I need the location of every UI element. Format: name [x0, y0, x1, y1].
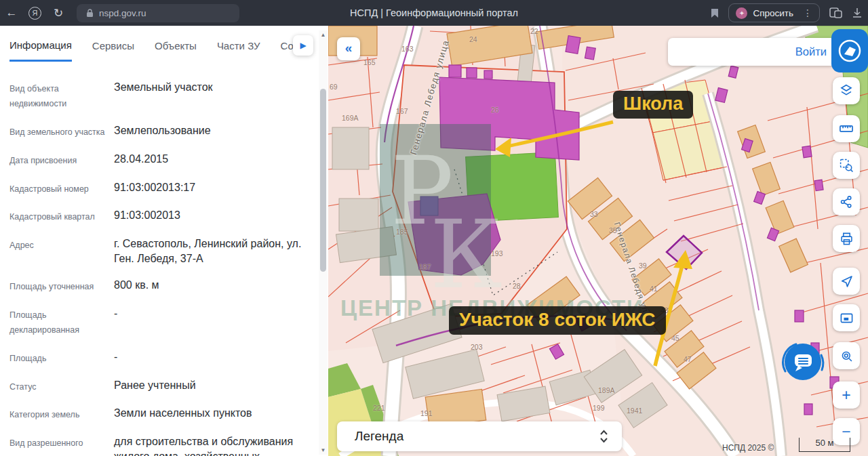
ask-button[interactable]: ✦ Спросить ⋮ [728, 3, 820, 22]
download-icon[interactable] [852, 7, 863, 18]
chat-widget-button[interactable] [777, 336, 829, 388]
magnifier-icon [837, 347, 856, 365]
attribute-row: Категория земельЗемли населенных пунктов [9, 406, 309, 423]
tabs-scroll-right-button[interactable]: ▶ [293, 35, 313, 56]
parcel-number: 47 [684, 355, 692, 363]
map-canvas[interactable]: Р К ЦЕНТР НЕДВИЖИМОСТИ Генерала Лебедя у… [328, 26, 868, 456]
tab-objects[interactable]: Объекты [155, 29, 197, 60]
tab-parcel-parts[interactable]: Части ЗУ [217, 29, 260, 60]
measure-button[interactable] [833, 115, 860, 142]
annotation-parcel: Участок 8 соток ИЖС [449, 306, 666, 335]
ask-menu-dots-icon[interactable]: ⋮ [799, 7, 812, 18]
parcel-number: 165 [363, 58, 376, 66]
nspd-logo-icon [835, 34, 865, 68]
attribute-row: Дата присвоения28.04.2015 [9, 152, 309, 169]
parcel-number: 163 [401, 45, 414, 53]
panel-tabs: Информация Сервисы Объекты Части ЗУ Сост… [0, 26, 328, 64]
frame-icon [837, 309, 856, 327]
tab-information[interactable]: Информация [9, 28, 72, 62]
parcel-number: 24 [469, 35, 477, 43]
attribute-row: Кадастровый номер91:03:002013:17 [9, 180, 309, 197]
area-search-icon [837, 156, 856, 175]
attribute-row: СтатусРанее учтенный [9, 378, 309, 395]
parcel-number: 167 [396, 107, 408, 115]
navigate-icon [837, 272, 856, 291]
parcel-number: 203 [471, 343, 483, 351]
layers-icon [837, 81, 856, 100]
parcel-number: 187 [419, 263, 431, 271]
panels-icon[interactable] [829, 7, 842, 18]
url-text: nspd.gov.ru [99, 8, 146, 18]
attribute-row: Вид земельного участкаЗемлепользование [9, 123, 309, 140]
parcel-number: 26 [491, 106, 499, 114]
layers-button[interactable] [833, 77, 860, 104]
attribute-row: Вид объекта недвижимостиЗемельный участо… [9, 80, 309, 112]
login-link[interactable]: Войти [795, 45, 827, 58]
area-search-button[interactable] [833, 152, 860, 179]
overview-button[interactable] [833, 304, 860, 331]
yandex-icon[interactable]: Я [28, 7, 41, 20]
tab-services[interactable]: Сервисы [92, 29, 134, 60]
parcel-number: 69 [330, 83, 338, 91]
object-info-panel: Информация Сервисы Объекты Части ЗУ Сост… [0, 26, 328, 456]
scroll-down-icon[interactable]: ▼ [319, 447, 328, 453]
scrollbar-thumb[interactable] [320, 89, 326, 272]
parcel-number: 22 [530, 27, 538, 35]
parcel-number: 169А [342, 114, 359, 122]
parcel-number: 28 [513, 282, 521, 290]
parcel-number: 199 [593, 404, 605, 412]
print-icon [837, 230, 856, 248]
locate-button[interactable] [833, 268, 860, 295]
parcel-number: 185 [396, 228, 408, 236]
annotation-school: Школа [613, 91, 693, 119]
address-bar[interactable]: nspd.gov.ru [77, 4, 239, 22]
parcel-number: 39 [639, 262, 647, 270]
share-icon [837, 193, 855, 211]
nspd-logo[interactable] [831, 29, 868, 72]
attributes-list: Вид объекта недвижимостиЗемельный участо… [0, 64, 328, 456]
parcel-number: 191 [420, 409, 433, 417]
alice-icon: ✦ [736, 7, 747, 19]
attribute-row: Вид разрешенного использованиядля строит… [9, 434, 309, 456]
parcel-number: 33 [590, 210, 598, 218]
parcel-number: 189А [598, 386, 615, 394]
parcel-number: 45 [671, 334, 679, 342]
bookmark-icon[interactable] [711, 8, 719, 18]
share-button[interactable] [833, 188, 860, 215]
attribute-row: Кадастровый квартал91:03:002013 [9, 208, 309, 225]
zoom-search-button[interactable] [833, 342, 860, 369]
attribute-row: Адресг. Севастополь, Ленинский район, ул… [9, 236, 309, 266]
lock-icon [86, 9, 94, 18]
chevron-up-down-icon [599, 430, 608, 443]
panel-scrollbar[interactable]: ▲ ▼ [319, 30, 328, 455]
attribute-row: Площадь уточненная800 кв. м [9, 278, 309, 295]
legend-toggle[interactable]: Легенда [337, 421, 622, 451]
back-icon[interactable]: ← [0, 6, 23, 20]
scroll-up-icon[interactable]: ▲ [319, 32, 328, 38]
parcel-number: 221 [373, 404, 385, 412]
ruler-icon [837, 119, 856, 138]
print-button[interactable] [833, 225, 860, 252]
attribute-row: Площадь декларированная- [9, 306, 309, 338]
search-bar[interactable]: Войти [668, 38, 835, 66]
parcel-number: 1941 [627, 407, 642, 415]
collapse-panel-button[interactable]: « [337, 37, 360, 60]
reload-icon[interactable]: ↻ [47, 6, 70, 20]
browser-topbar: ← Я ↻ nspd.gov.ru НСПД | Геоинформационн… [0, 0, 868, 26]
parcel-number: 41 [650, 285, 658, 293]
parcel-number: 35 [609, 226, 617, 234]
attribute-row: Площадь- [9, 350, 309, 367]
zoom-in-button[interactable]: + [833, 381, 860, 409]
parcel-number: 193 [491, 249, 503, 257]
map-copyright: НСПД 2025 © [722, 443, 774, 453]
scale-bar: 50 м [799, 438, 850, 452]
